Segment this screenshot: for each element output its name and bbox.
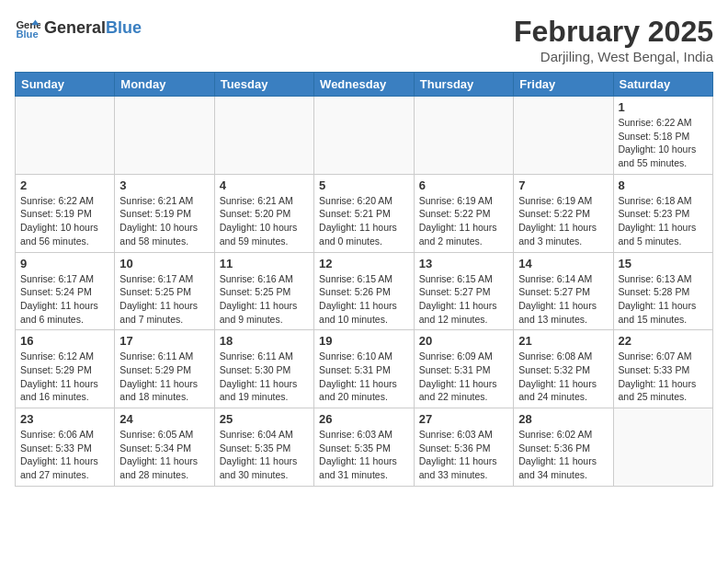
day-info: Sunrise: 6:08 AMSunset: 5:32 PMDaylight:…	[518, 350, 608, 404]
logo-text-blue: Blue	[106, 18, 142, 38]
day-number: 26	[319, 412, 409, 426]
weekday-header-sunday: Sunday	[16, 73, 115, 97]
calendar-cell: 9Sunrise: 6:17 AMSunset: 5:24 PMDaylight…	[16, 252, 115, 330]
calendar-cell: 17Sunrise: 6:11 AMSunset: 5:29 PMDayligh…	[115, 330, 214, 408]
day-info: Sunrise: 6:02 AMSunset: 5:36 PMDaylight:…	[518, 428, 608, 482]
day-number: 6	[419, 178, 508, 192]
calendar-title: February 2025	[514, 15, 713, 49]
day-number: 23	[20, 412, 109, 426]
week-row-4: 23Sunrise: 6:06 AMSunset: 5:33 PMDayligh…	[16, 408, 713, 487]
day-number: 8	[619, 178, 709, 192]
calendar-cell: 15Sunrise: 6:13 AMSunset: 5:28 PMDayligh…	[613, 252, 713, 330]
day-number: 19	[319, 334, 409, 348]
weekday-header-wednesday: Wednesday	[314, 73, 415, 97]
day-number: 18	[220, 334, 309, 348]
calendar-cell	[16, 97, 115, 175]
day-info: Sunrise: 6:03 AMSunset: 5:36 PMDaylight:…	[419, 428, 508, 482]
day-info: Sunrise: 6:03 AMSunset: 5:35 PMDaylight:…	[319, 428, 409, 482]
day-info: Sunrise: 6:17 AMSunset: 5:25 PMDaylight:…	[119, 272, 209, 327]
calendar-cell: 26Sunrise: 6:03 AMSunset: 5:35 PMDayligh…	[314, 408, 415, 487]
day-info: Sunrise: 6:12 AMSunset: 5:29 PMDaylight:…	[20, 350, 109, 404]
day-info: Sunrise: 6:22 AMSunset: 5:18 PMDaylight:…	[619, 116, 709, 170]
calendar-cell: 27Sunrise: 6:03 AMSunset: 5:36 PMDayligh…	[414, 408, 513, 487]
day-info: Sunrise: 6:13 AMSunset: 5:28 PMDaylight:…	[619, 272, 709, 327]
calendar-cell	[314, 97, 415, 175]
calendar-cell: 28Sunrise: 6:02 AMSunset: 5:36 PMDayligh…	[514, 408, 613, 487]
calendar-cell: 19Sunrise: 6:10 AMSunset: 5:31 PMDayligh…	[314, 330, 415, 408]
week-row-2: 9Sunrise: 6:17 AMSunset: 5:24 PMDaylight…	[16, 252, 713, 330]
calendar-location: Darjiling, West Bengal, India	[514, 49, 713, 64]
calendar-cell: 16Sunrise: 6:12 AMSunset: 5:29 PMDayligh…	[16, 330, 115, 408]
day-info: Sunrise: 6:04 AMSunset: 5:35 PMDaylight:…	[220, 428, 309, 482]
day-number: 28	[518, 412, 608, 426]
calendar-cell	[514, 97, 613, 175]
day-number: 11	[220, 257, 309, 270]
calendar-cell: 13Sunrise: 6:15 AMSunset: 5:27 PMDayligh…	[414, 252, 513, 330]
calendar-cell: 10Sunrise: 6:17 AMSunset: 5:25 PMDayligh…	[115, 252, 214, 330]
day-info: Sunrise: 6:17 AMSunset: 5:24 PMDaylight:…	[20, 272, 109, 327]
day-info: Sunrise: 6:15 AMSunset: 5:26 PMDaylight:…	[319, 272, 409, 327]
calendar-cell: 1Sunrise: 6:22 AMSunset: 5:18 PMDaylight…	[613, 97, 713, 175]
day-number: 27	[419, 412, 508, 426]
weekday-header-monday: Monday	[115, 73, 214, 97]
weekday-header-tuesday: Tuesday	[214, 73, 313, 97]
calendar-cell	[214, 97, 313, 175]
day-number: 25	[220, 412, 309, 426]
day-number: 16	[20, 334, 109, 348]
calendar-cell: 4Sunrise: 6:21 AMSunset: 5:20 PMDaylight…	[214, 174, 313, 252]
calendar-cell: 2Sunrise: 6:22 AMSunset: 5:19 PMDaylight…	[16, 174, 115, 252]
day-number: 15	[619, 257, 709, 270]
calendar-cell: 23Sunrise: 6:06 AMSunset: 5:33 PMDayligh…	[16, 408, 115, 487]
week-row-0: 1Sunrise: 6:22 AMSunset: 5:18 PMDaylight…	[16, 97, 713, 175]
logo-text-general: General	[44, 18, 106, 38]
calendar-cell: 7Sunrise: 6:19 AMSunset: 5:22 PMDaylight…	[514, 174, 613, 252]
day-info: Sunrise: 6:11 AMSunset: 5:29 PMDaylight:…	[119, 350, 209, 404]
calendar-cell: 3Sunrise: 6:21 AMSunset: 5:19 PMDaylight…	[115, 174, 214, 252]
day-number: 24	[119, 412, 209, 426]
day-info: Sunrise: 6:18 AMSunset: 5:23 PMDaylight:…	[619, 194, 709, 248]
day-number: 21	[518, 334, 608, 348]
calendar-cell	[115, 97, 214, 175]
calendar-cell: 8Sunrise: 6:18 AMSunset: 5:23 PMDaylight…	[613, 174, 713, 252]
day-info: Sunrise: 6:14 AMSunset: 5:27 PMDaylight:…	[518, 272, 608, 327]
calendar-cell: 6Sunrise: 6:19 AMSunset: 5:22 PMDaylight…	[414, 174, 513, 252]
calendar-cell: 25Sunrise: 6:04 AMSunset: 5:35 PMDayligh…	[214, 408, 313, 487]
calendar-cell: 5Sunrise: 6:20 AMSunset: 5:21 PMDaylight…	[314, 174, 415, 252]
day-number: 10	[119, 257, 209, 270]
day-info: Sunrise: 6:19 AMSunset: 5:22 PMDaylight:…	[419, 194, 508, 248]
day-info: Sunrise: 6:21 AMSunset: 5:19 PMDaylight:…	[119, 194, 209, 248]
calendar-cell: 12Sunrise: 6:15 AMSunset: 5:26 PMDayligh…	[314, 252, 415, 330]
weekday-header-thursday: Thursday	[414, 73, 513, 97]
week-row-1: 2Sunrise: 6:22 AMSunset: 5:19 PMDaylight…	[16, 174, 713, 252]
title-block: February 2025 Darjiling, West Bengal, In…	[514, 15, 713, 64]
day-number: 17	[119, 334, 209, 348]
day-number: 14	[518, 257, 608, 270]
calendar-table: SundayMondayTuesdayWednesdayThursdayFrid…	[15, 72, 713, 487]
day-number: 4	[220, 178, 309, 192]
day-info: Sunrise: 6:10 AMSunset: 5:31 PMDaylight:…	[319, 350, 409, 404]
day-number: 5	[319, 178, 409, 192]
week-row-3: 16Sunrise: 6:12 AMSunset: 5:29 PMDayligh…	[16, 330, 713, 408]
calendar-cell: 21Sunrise: 6:08 AMSunset: 5:32 PMDayligh…	[514, 330, 613, 408]
weekday-header-row: SundayMondayTuesdayWednesdayThursdayFrid…	[16, 73, 713, 97]
svg-text:Blue: Blue	[16, 29, 38, 40]
weekday-header-friday: Friday	[514, 73, 613, 97]
calendar-cell: 11Sunrise: 6:16 AMSunset: 5:25 PMDayligh…	[214, 252, 313, 330]
day-info: Sunrise: 6:20 AMSunset: 5:21 PMDaylight:…	[319, 194, 409, 248]
day-info: Sunrise: 6:06 AMSunset: 5:33 PMDaylight:…	[20, 428, 109, 482]
page-header: General Blue GeneralBlue February 2025 D…	[15, 15, 713, 64]
day-number: 20	[419, 334, 508, 348]
day-info: Sunrise: 6:07 AMSunset: 5:33 PMDaylight:…	[619, 350, 709, 404]
calendar-cell: 22Sunrise: 6:07 AMSunset: 5:33 PMDayligh…	[613, 330, 713, 408]
day-number: 22	[619, 334, 709, 348]
day-info: Sunrise: 6:15 AMSunset: 5:27 PMDaylight:…	[419, 272, 508, 327]
calendar-cell	[414, 97, 513, 175]
day-info: Sunrise: 6:09 AMSunset: 5:31 PMDaylight:…	[419, 350, 508, 404]
day-info: Sunrise: 6:19 AMSunset: 5:22 PMDaylight:…	[518, 194, 608, 248]
day-info: Sunrise: 6:05 AMSunset: 5:34 PMDaylight:…	[119, 428, 209, 482]
day-number: 9	[20, 257, 109, 270]
day-number: 1	[619, 100, 709, 114]
day-number: 13	[419, 257, 508, 270]
weekday-header-saturday: Saturday	[613, 73, 713, 97]
logo: General Blue GeneralBlue	[15, 15, 142, 40]
